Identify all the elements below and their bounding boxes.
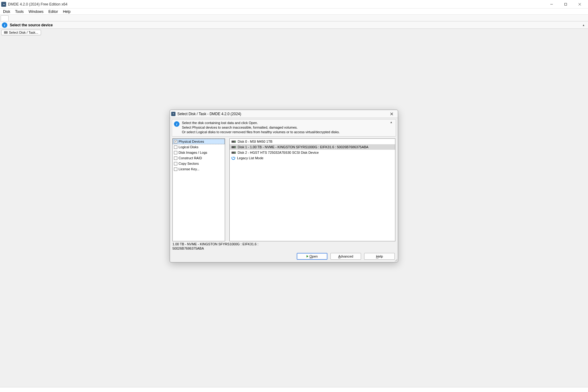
device-item[interactable]: Legacy List Mode — [230, 155, 395, 161]
checkbox-icon[interactable] — [174, 162, 177, 165]
maximize-button[interactable] — [559, 0, 573, 9]
main-titlebar: ⌁ DMDE 4.2.0 (2024) Free Edition x64 — [0, 0, 588, 9]
arrow-right-icon — [307, 255, 308, 258]
checkbox-icon[interactable] — [174, 140, 177, 143]
dialog-info-panel: i Select the disk containing lost data a… — [172, 119, 396, 137]
info-icon: i — [2, 22, 7, 28]
help-button[interactable]: Help — [364, 253, 395, 260]
device-item-label: Disk 1 - 1.00 TB - NVME - KINGSTON SFYRS… — [238, 145, 368, 149]
checkbox-icon[interactable] — [174, 156, 177, 160]
device-item[interactable]: Disk 0 - MSI M450 1TB — [230, 139, 395, 144]
menu-disk[interactable]: Disk — [1, 9, 13, 14]
task-item[interactable]: License Key... — [173, 166, 225, 172]
app-icon: ⌁ — [1, 2, 6, 7]
advanced-button-label-rest: dvanced — [341, 254, 353, 258]
drive-icon — [232, 146, 236, 148]
dialog-close-button[interactable] — [387, 111, 397, 117]
dialog-info-line1: Select the disk containing lost data and… — [182, 121, 340, 125]
device-list[interactable]: Disk 0 - MSI M450 1TBDisk 1 - 1.00 TB - … — [229, 138, 395, 241]
collapse-icon[interactable]: ▲ — [581, 24, 586, 27]
minimize-button[interactable] — [545, 0, 559, 9]
task-item[interactable]: Copy Sectors — [173, 161, 225, 166]
device-item-label: Disk 0 - MSI M450 1TB — [238, 140, 273, 143]
refresh-icon — [232, 156, 235, 160]
select-disk-task-label: Select Disk / Task... — [9, 31, 38, 34]
info-banner-text: Select the source device — [10, 23, 53, 27]
drive-icon — [232, 141, 236, 143]
menu-editor[interactable]: Editor — [46, 9, 60, 14]
tab-row: Select Disk / Task... — [0, 29, 588, 37]
device-item-label: Legacy List Mode — [237, 156, 263, 160]
task-item[interactable]: Physical Devices — [173, 139, 225, 144]
task-item[interactable]: Construct RAID — [173, 155, 225, 161]
collapse-icon[interactable]: ▲ — [389, 121, 394, 124]
advanced-button[interactable]: Advanced — [330, 253, 361, 260]
select-disk-dialog: ⌁ Select Disk / Task - DMDE 4.2.0 (2024)… — [170, 110, 398, 262]
menu-windows[interactable]: Windows — [26, 9, 46, 14]
dialog-info-text: Select the disk containing lost data and… — [182, 121, 340, 134]
info-icon: i — [174, 121, 179, 127]
window-title: DMDE 4.2.0 (2024) Free Edition x64 — [8, 2, 67, 6]
dialog-app-icon: ⌁ — [171, 112, 175, 116]
task-item[interactable]: Logical Disks — [173, 144, 225, 150]
open-button-label-rest: pen — [312, 254, 318, 258]
device-item-label: Disk 2 - HGST HTS 725032A7E630 SCSI Disk… — [238, 151, 319, 154]
open-button[interactable]: Open — [297, 253, 327, 260]
status-bar — [0, 387, 588, 392]
task-item-label: License Key... — [179, 167, 199, 171]
dialog-status: 1.00 TB - NVME - KINGSTON SFYRS1000G : E… — [170, 242, 398, 252]
help-button-label-rest: elp — [379, 254, 383, 258]
dialog-title: Select Disk / Task - DMDE 4.2.0 (2024) — [177, 112, 241, 116]
dialog-titlebar[interactable]: ⌁ Select Disk / Task - DMDE 4.2.0 (2024) — [170, 110, 398, 118]
drive-icon — [232, 152, 236, 154]
task-item[interactable]: Disk Images / Logs — [173, 150, 225, 155]
task-item-label: Construct RAID — [179, 156, 202, 160]
menu-tools[interactable]: Tools — [13, 9, 26, 14]
task-item-label: Logical Disks — [179, 145, 198, 149]
device-item[interactable]: Disk 2 - HGST HTS 725032A7E630 SCSI Disk… — [230, 150, 395, 155]
dialog-button-row: Open Advanced Help — [170, 252, 398, 262]
toolbar-blank-tab[interactable] — [1, 15, 9, 21]
disk-icon — [4, 31, 8, 34]
toolbar — [0, 15, 588, 21]
dialog-info-line2: Select Physical devices to search inacce… — [182, 125, 340, 130]
menu-bar: Disk Tools Windows Editor Help — [0, 9, 588, 15]
task-item-label: Disk Images / Logs — [179, 151, 207, 154]
checkbox-icon[interactable] — [174, 151, 177, 154]
resize-grip[interactable] — [394, 258, 397, 262]
select-disk-task-tab[interactable]: Select Disk / Task... — [1, 30, 41, 35]
close-button[interactable] — [573, 0, 587, 9]
task-item-label: Copy Sectors — [179, 162, 199, 165]
dialog-status-line1: 1.00 TB - NVME - KINGSTON SFYRS1000G : E… — [172, 242, 395, 246]
checkbox-icon[interactable] — [174, 145, 177, 149]
checkbox-icon[interactable] — [174, 168, 177, 171]
window-controls — [545, 0, 587, 9]
task-item-label: Physical Devices — [179, 140, 204, 143]
dialog-status-line2: 50026B7686375ABA — [172, 246, 395, 251]
dialog-info-line3: Or select Logical disks to recover remov… — [182, 130, 340, 134]
svg-rect-1 — [565, 3, 567, 5]
info-banner: i Select the source device ▲ — [0, 21, 588, 29]
task-list[interactable]: Physical DevicesLogical DisksDisk Images… — [172, 138, 225, 241]
device-item[interactable]: Disk 1 - 1.00 TB - NVME - KINGSTON SFYRS… — [230, 144, 395, 150]
menu-help[interactable]: Help — [60, 9, 73, 14]
